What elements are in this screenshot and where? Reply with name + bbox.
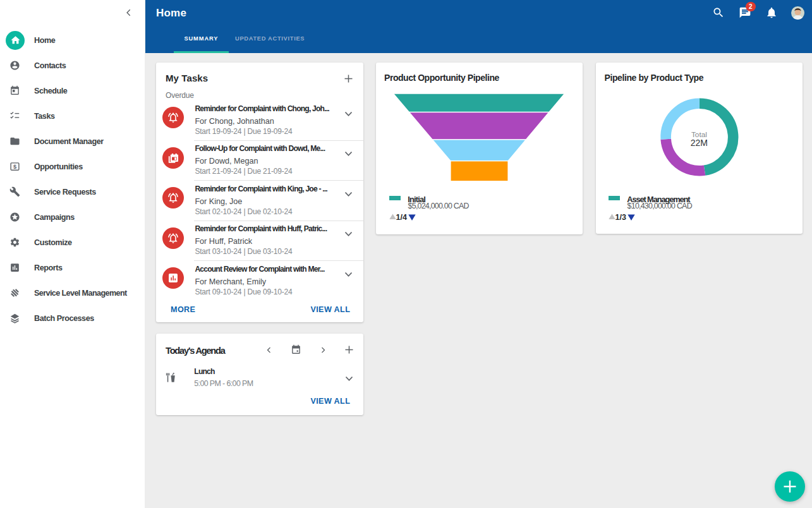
svg-text:$: $ — [13, 163, 16, 169]
